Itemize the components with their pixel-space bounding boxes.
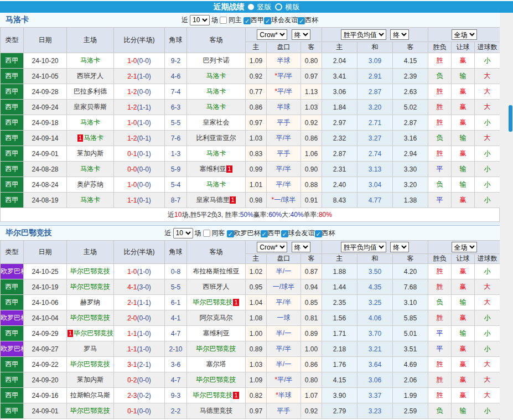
team-name[interactable]: 马洛卡 (80, 196, 100, 204)
team-name[interactable]: 马洛卡 (206, 180, 226, 188)
avg-odds-select[interactable]: 胜平负均值 (341, 242, 386, 252)
team-name[interactable]: 莱加内斯 (77, 149, 103, 157)
team-name[interactable]: 毕尔巴鄂竞技 (193, 298, 232, 306)
team-name[interactable]: 马洛卡 (206, 72, 226, 80)
team-name[interactable]: 皇家社会 (203, 118, 230, 126)
scrollbar-thumb[interactable] (509, 105, 512, 132)
team-name[interactable]: 塞维利亚 (199, 165, 226, 173)
half-score: (0-0) (137, 376, 151, 384)
team-name[interactable]: 毕尔巴鄂竞技 (70, 314, 110, 322)
home-team-cell: 马洛卡 (67, 115, 114, 131)
date-cell: 24-10-20 (24, 53, 67, 69)
handicap-result-cell: 输 (452, 162, 475, 177)
team-name[interactable]: 阿尔克马尔 (200, 314, 233, 322)
draw-odds-cell: 3.20 (357, 100, 393, 115)
team-name[interactable]: 马洛卡 (206, 87, 226, 95)
team-name[interactable]: 塞维利亚 (203, 329, 230, 337)
win-odds-cell: 1.88 (322, 264, 357, 279)
league-checkbox[interactable]: ✓ (281, 230, 288, 237)
full-score: 1-0 (127, 268, 137, 276)
recent-count-select[interactable]: 10 (173, 228, 193, 238)
avg-final-select[interactable]: 终 (390, 29, 409, 40)
result-cell: 胜 (428, 84, 452, 100)
team-name[interactable]: 马洛卡 (80, 118, 100, 126)
team-name[interactable]: 毕尔巴鄂竞技 (196, 376, 236, 383)
scope-select[interactable]: 全场 (452, 242, 477, 252)
handicap-away-odds-cell: 0.92 (301, 403, 322, 419)
win-odds-cell: 2.87 (322, 146, 357, 162)
team-name[interactable]: 拉斯帕尔马斯 (70, 391, 110, 399)
result-cell: 负 (428, 403, 452, 419)
half-score: (1-0) (137, 345, 151, 353)
same-venue-checkbox[interactable] (220, 17, 227, 24)
team-name[interactable]: 巴列卡诺 (203, 56, 230, 64)
handicap-value: 平/半 (276, 134, 291, 142)
type-cell: 西甲 (1, 115, 24, 131)
team-name[interactable]: 西班牙人 (203, 283, 230, 291)
summary-segment: 单率: (304, 210, 319, 220)
bookmaker-select[interactable]: Crow* (257, 242, 287, 252)
date-cell: 24-10-19 (24, 279, 67, 295)
same-venue-checkbox[interactable] (203, 230, 210, 237)
final-select[interactable]: 终 (292, 242, 310, 252)
handicap-away-odds-cell: 0.86 (301, 131, 322, 146)
type-cell: 西甲 (1, 403, 24, 419)
radio-vertical-label[interactable]: 竖版 (257, 2, 272, 12)
scrollbar-track[interactable] (500, 13, 513, 420)
team-name[interactable]: 毕尔巴鄂竞技 (70, 267, 110, 275)
handicap-value: 半/一 (276, 360, 291, 368)
avg-final-select[interactable]: 终 (390, 242, 409, 252)
team-name[interactable]: 毕尔巴鄂竞技 (70, 283, 110, 291)
final-select[interactable]: 终 (292, 29, 310, 40)
league-checkbox[interactable]: ✓ (243, 17, 251, 24)
team-name[interactable]: 塞尔塔 (206, 360, 226, 368)
away-team-cell: 比利亚雷亚尔 (187, 131, 246, 146)
team-name[interactable]: 毕尔巴鄂竞技 (70, 407, 110, 414)
team-name[interactable]: 马洛卡 (206, 103, 226, 111)
team-name[interactable]: 布拉格斯拉维亚 (193, 267, 240, 275)
avg-odds-select[interactable]: 胜平负均值 (341, 29, 386, 40)
scope-select[interactable]: 全场 (452, 29, 477, 40)
team-name[interactable]: 马洛卡 (80, 56, 100, 64)
radio-horizontal-label[interactable]: 横版 (286, 2, 300, 12)
team-name[interactable]: 马洛卡 (206, 149, 226, 157)
team-name[interactable]: 巴拉多利德 (74, 87, 107, 95)
handicap-value: 平/半 (277, 376, 292, 383)
team-name[interactable]: 西班牙人 (77, 72, 103, 80)
team-name[interactable]: 赫罗纳 (80, 298, 100, 306)
sub-draw: 和 (357, 42, 393, 53)
team-name[interactable]: 马洛卡 (84, 134, 103, 142)
full-score: 4-1 (127, 283, 137, 291)
team-name[interactable]: 毕尔巴鄂竞技 (193, 391, 232, 399)
handicap-value: 半/一 (276, 267, 291, 275)
league-checkbox[interactable]: ✓ (227, 230, 234, 237)
team-name[interactable]: 马德里竞技 (200, 407, 233, 414)
league-checkbox[interactable]: ✓ (261, 230, 268, 237)
team-name[interactable]: 皇家马德里 (196, 196, 229, 204)
handicap-home-odds-cell: 1.03 (246, 131, 267, 146)
table-row: 西甲24-09-291毕尔巴鄂竞技1-1(1-0)4-7塞维利亚1.00半/一0… (1, 326, 500, 341)
recent-count-select[interactable]: 10 (190, 15, 210, 25)
team-name[interactable]: 皇家贝蒂斯 (74, 103, 107, 111)
radio-horizontal-icon[interactable] (275, 3, 282, 11)
league-checkbox[interactable]: ✓ (264, 17, 271, 24)
bookmaker-select[interactable]: Crow* (257, 29, 287, 40)
half-score: (1-0) (137, 268, 151, 276)
handicap-away-odds-cell: 0.80 (301, 372, 322, 388)
team-name[interactable]: 毕尔巴鄂竞技 (70, 360, 110, 368)
team-name[interactable]: 罗马 (84, 345, 97, 352)
win-odds-cell: 2.31 (322, 162, 357, 177)
away-team-cell: 塞维利亚 (187, 326, 246, 341)
team-name[interactable]: 奥萨苏纳 (77, 180, 103, 188)
team-name[interactable]: 比利亚雷亚尔 (196, 134, 236, 142)
league-checkbox[interactable]: ✓ (298, 17, 305, 24)
team-name[interactable]: 马洛卡 (80, 165, 100, 173)
team-name[interactable]: 莱加内斯 (77, 376, 103, 383)
type-cell: 西甲 (1, 100, 24, 115)
team-name[interactable]: 毕尔巴鄂竞技 (196, 345, 236, 352)
corner-cell: 8-7 (165, 193, 187, 208)
team-name[interactable]: 毕尔巴鄂竞技 (74, 329, 113, 337)
league-checkbox[interactable]: ✓ (315, 230, 322, 237)
home-team-cell: 1马洛卡 (67, 131, 114, 146)
radio-vertical-icon[interactable] (248, 4, 254, 10)
